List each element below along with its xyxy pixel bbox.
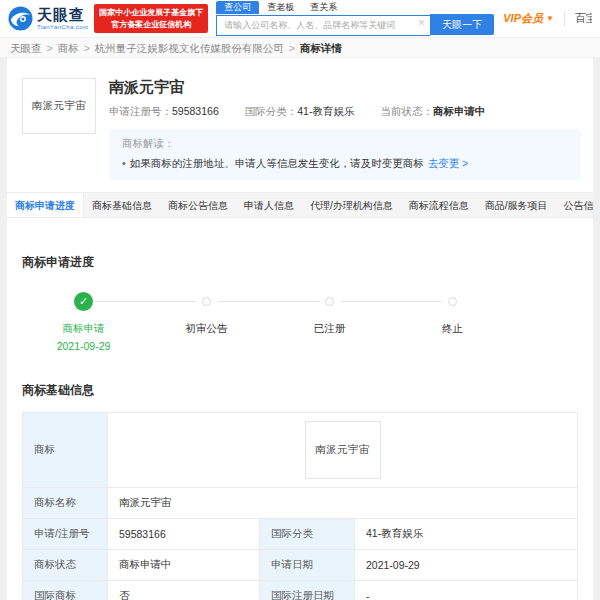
progress-section-title: 商标申请进度 bbox=[22, 254, 578, 271]
header-right: VIP会员 ▼ 百宝箱 bbox=[503, 11, 592, 26]
breadcrumb-separator: > bbox=[289, 42, 295, 54]
check-circle-icon: ✓ bbox=[74, 292, 93, 311]
reg-number-pair: 申请注册号：59583166 bbox=[109, 105, 219, 119]
step-preliminary-announcement: 初审公告 bbox=[145, 291, 268, 352]
notice-line: •如果商标的注册地址、申请人等信息发生变化，请及时变更商标去变更 > bbox=[122, 157, 568, 171]
row-label: 商标状态 bbox=[23, 550, 107, 580]
trademark-image-text: 南派元宇宙 bbox=[32, 99, 87, 113]
vip-member-link[interactable]: VIP会员 ▼ bbox=[503, 11, 554, 26]
top-bar: 天眼查 TianYanCha.com 国家中小企业发展子基金旗下 官方备案企业征… bbox=[0, 0, 600, 37]
row-label: 商标名称 bbox=[23, 488, 107, 518]
tab-agency-info[interactable]: 代理/办理机构信息 bbox=[302, 193, 401, 217]
trademark-notice-box: 商标解读： •如果商标的注册地址、申请人等信息发生变化，请及时变更商标去变更 > bbox=[109, 129, 581, 180]
notice-text: 如果商标的注册地址、申请人等信息发生变化，请及时变更商标 bbox=[130, 157, 424, 169]
trademark-info: 南派元宇宙 申请注册号：59583166 国际分类：41-教育娱乐 当前状态：商… bbox=[109, 78, 581, 180]
basic-info-table: 商标 南派元宇宙 商标名称 南派元宇宙 申请/注册号 59583166 国际分类… bbox=[22, 412, 578, 600]
search-tab-boss[interactable]: 查老板 bbox=[259, 1, 302, 14]
breadcrumb-separator: > bbox=[84, 42, 90, 54]
row-value: 商标申请中 bbox=[107, 550, 259, 580]
search-tab-company[interactable]: 查公司 bbox=[216, 1, 259, 14]
certification-badge: 国家中小企业发展子基金旗下 官方备案企业征信机构 bbox=[94, 4, 208, 33]
reg-number-label: 申请注册号： bbox=[109, 105, 172, 117]
tab-goods-services[interactable]: 商品/服务项目 bbox=[477, 193, 556, 217]
change-trademark-link[interactable]: 去变更 > bbox=[428, 157, 469, 169]
step-terminated: 终止 bbox=[391, 291, 514, 352]
tab-gazette-info[interactable]: 公告信息 bbox=[556, 193, 593, 217]
notice-title: 商标解读： bbox=[122, 137, 568, 151]
logo-brand: 天眼查 bbox=[37, 7, 88, 22]
tab-applicant-info[interactable]: 申请人信息 bbox=[236, 193, 302, 217]
empty-circle-icon bbox=[202, 297, 211, 306]
class-value: 41-教育娱乐 bbox=[297, 105, 354, 117]
search-row: ✕ 天眼一下 bbox=[216, 14, 494, 36]
breadcrumb-section[interactable]: 商标 bbox=[58, 42, 79, 54]
step-date: 2021-09-29 bbox=[22, 340, 145, 352]
class-pair: 国际分类：41-教育娱乐 bbox=[245, 105, 355, 119]
empty-circle-icon bbox=[448, 297, 457, 306]
step-label: 商标申请 bbox=[22, 322, 145, 336]
step-date bbox=[391, 340, 514, 352]
row-label: 国际商标 bbox=[23, 581, 107, 600]
step-date bbox=[268, 340, 391, 352]
row-value: 2021-09-29 bbox=[354, 550, 577, 580]
search-input[interactable] bbox=[216, 15, 430, 36]
status-pair: 当前状态：商标申请中 bbox=[380, 105, 485, 119]
logo-text: 天眼查 TianYanCha.com bbox=[37, 7, 88, 30]
table-row: 商标状态 商标申请中 申请日期 2021-09-29 bbox=[23, 550, 577, 581]
row-value: 否 bbox=[107, 581, 259, 600]
breadcrumb-separator: > bbox=[47, 42, 53, 54]
clear-icon[interactable]: ✕ bbox=[418, 18, 426, 28]
table-row-name: 商标名称 南派元宇宙 bbox=[23, 488, 577, 519]
search-tabs: 查公司 查老板 查关系 bbox=[216, 1, 494, 14]
row-label: 商标 bbox=[23, 413, 107, 487]
row-value: 41-教育娱乐 bbox=[354, 519, 577, 549]
trademark-header: 南派元宇宙 南派元宇宙 申请注册号：59583166 国际分类：41-教育娱乐 … bbox=[7, 58, 593, 180]
search-input-wrap: ✕ bbox=[216, 14, 430, 36]
status-label: 当前状态： bbox=[380, 105, 433, 117]
tab-application-progress[interactable]: 商标申请进度 bbox=[7, 193, 84, 217]
toolbox-link[interactable]: 百宝箱 bbox=[564, 11, 592, 26]
trademark-image: 南派元宇宙 bbox=[305, 421, 381, 479]
tianyancha-eye-icon bbox=[8, 6, 33, 31]
row-label: 国际注册日期 bbox=[259, 581, 354, 600]
table-row: 申请/注册号 59583166 国际分类 41-教育娱乐 bbox=[23, 519, 577, 550]
step-applied: ✓ 商标申请 2021-09-29 bbox=[22, 291, 145, 352]
row-label: 国际分类 bbox=[259, 519, 354, 549]
breadcrumb-current: 商标详情 bbox=[300, 42, 342, 54]
breadcrumb-company[interactable]: 杭州量子泛娱影视文化传媒股份有限公司 bbox=[95, 42, 284, 54]
search-tab-relation[interactable]: 查关系 bbox=[302, 1, 345, 14]
status-badge: 商标申请中 bbox=[433, 105, 486, 117]
content-card: 南派元宇宙 南派元宇宙 申请注册号：59583166 国际分类：41-教育娱乐 … bbox=[7, 58, 593, 600]
vip-label: VIP会员 bbox=[503, 12, 543, 24]
row-value: 59583166 bbox=[107, 519, 259, 549]
step-date bbox=[145, 340, 268, 352]
trademark-meta: 申请注册号：59583166 国际分类：41-教育娱乐 当前状态：商标申请中 bbox=[109, 105, 581, 119]
badge-line1: 国家中小企业发展子基金旗下 bbox=[99, 7, 203, 19]
basic-info-section: 商标基础信息 商标 南派元宇宙 商标名称 南派元宇宙 申请/注册号 595831… bbox=[7, 352, 593, 600]
search-button[interactable]: 天眼一下 bbox=[430, 14, 494, 35]
progress-stepper: ✓ 商标申请 2021-09-29 初审公告 已注册 终止 bbox=[22, 291, 514, 352]
step-label: 终止 bbox=[391, 322, 514, 336]
search-area: 查公司 查老板 查关系 ✕ 天眼一下 bbox=[216, 1, 494, 36]
step-label: 已注册 bbox=[268, 322, 391, 336]
empty-circle-icon bbox=[325, 297, 334, 306]
trademark-image-text: 南派元宇宙 bbox=[315, 443, 370, 457]
badge-line2: 官方备案企业征信机构 bbox=[99, 19, 203, 31]
detail-tabbar: 商标申请进度 商标基础信息 商标公告信息 申请人信息 代理/办理机构信息 商标流… bbox=[7, 192, 593, 218]
basic-info-title: 商标基础信息 bbox=[22, 382, 578, 399]
caret-down-icon: ▼ bbox=[546, 14, 554, 23]
class-label: 国际分类： bbox=[245, 105, 298, 117]
trademark-image-cell: 南派元宇宙 bbox=[107, 413, 577, 487]
progress-section: 商标申请进度 ✓ 商标申请 2021-09-29 初审公告 已注册 终止 bbox=[7, 218, 593, 352]
breadcrumb: 天眼查>商标>杭州量子泛娱影视文化传媒股份有限公司>商标详情 bbox=[0, 37, 600, 58]
breadcrumb-home[interactable]: 天眼查 bbox=[10, 42, 42, 54]
tab-announcement-info[interactable]: 商标公告信息 bbox=[160, 193, 236, 217]
row-value: 南派元宇宙 bbox=[107, 488, 577, 518]
step-label: 初审公告 bbox=[145, 322, 268, 336]
tab-basic-info[interactable]: 商标基础信息 bbox=[84, 193, 160, 217]
row-value: - bbox=[354, 581, 577, 600]
table-row-image: 商标 南派元宇宙 bbox=[23, 413, 577, 488]
tianyancha-logo[interactable]: 天眼查 TianYanCha.com bbox=[8, 6, 88, 31]
tab-process-info[interactable]: 商标流程信息 bbox=[401, 193, 477, 217]
reg-number-value: 59583166 bbox=[172, 105, 219, 117]
